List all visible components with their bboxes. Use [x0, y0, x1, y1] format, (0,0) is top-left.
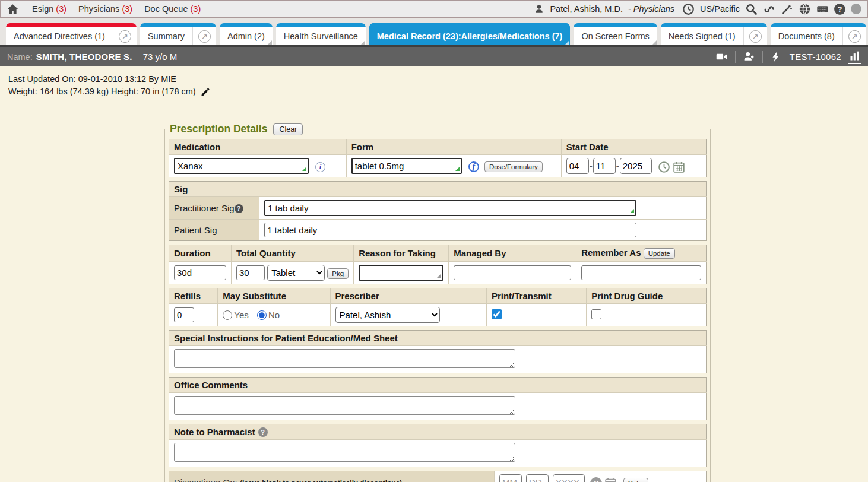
- note-pharmacist-textarea[interactable]: [174, 443, 515, 462]
- external-link-icon[interactable]: ↗: [113, 27, 137, 45]
- search-icon[interactable]: [745, 3, 758, 15]
- updated-by-link[interactable]: MIE: [161, 74, 176, 84]
- reason-input[interactable]: [359, 265, 443, 281]
- tab-on-screen-forms[interactable]: On Screen Forms: [574, 23, 657, 45]
- top-toolbar: Esign (3) Physicians (3) Doc Queue (3) P…: [0, 0, 868, 18]
- managed-by-header: Managed By: [449, 245, 576, 262]
- special-instructions-textarea[interactable]: [174, 349, 515, 368]
- pkg-button[interactable]: Pkg: [327, 268, 349, 279]
- wand-icon[interactable]: [781, 3, 793, 15]
- start-year-input[interactable]: [620, 158, 652, 174]
- external-link-icon[interactable]: ↗: [743, 27, 767, 45]
- tab-label: Summary: [140, 31, 192, 41]
- tab-health-surveillance[interactable]: Health Surveillance: [276, 23, 366, 45]
- nav-doc-queue-count: (3): [191, 4, 201, 14]
- tab-label: Health Surveillance: [276, 31, 366, 41]
- calendar-icon[interactable]: [604, 477, 617, 482]
- discontinue-label-cell: Discontinue On: (leave blank to never au…: [169, 471, 495, 482]
- video-camera-icon[interactable]: [715, 50, 728, 63]
- help-icon[interactable]: ?: [258, 427, 268, 437]
- external-link-icon[interactable]: ↗: [192, 27, 216, 45]
- section-medication: Medication Form Start Date i f Dose/Form…: [169, 139, 707, 177]
- section-sig: Sig Practitioner Sig? Patient Sig: [169, 181, 707, 241]
- quantity-unit-select[interactable]: Tablet: [267, 265, 325, 281]
- tab-documents[interactable]: Documents (8)↗: [771, 23, 866, 45]
- external-link-icon[interactable]: ↗: [842, 27, 866, 45]
- remember-as-input[interactable]: [581, 265, 701, 280]
- discontinue-month-input[interactable]: [499, 474, 522, 482]
- patient-name: SMITH, THEODORE S.: [36, 52, 132, 62]
- print-drug-guide-checkbox[interactable]: [591, 309, 601, 319]
- clear-date-icon[interactable]: ✕: [590, 477, 602, 482]
- start-day-input[interactable]: [593, 158, 616, 174]
- managed-by-input[interactable]: [454, 265, 571, 280]
- tab-needs-signed[interactable]: Needs Signed (1)↗: [661, 23, 767, 45]
- link-icon[interactable]: [763, 3, 775, 15]
- quantity-input[interactable]: [236, 265, 265, 280]
- keyboard-icon[interactable]: [816, 3, 829, 15]
- duration-input[interactable]: [174, 265, 226, 280]
- special-instructions-header: Special Instructions for Patient Educati…: [169, 331, 707, 346]
- practitioner-sig-label: Practitioner Sig: [174, 203, 235, 213]
- calendar-icon[interactable]: [673, 161, 685, 173]
- chart-info-block: Last Updated On: 09-01-2010 13:12 By MIE…: [0, 66, 868, 98]
- tab-advanced-directives[interactable]: Advanced Directives (1)↗: [6, 23, 137, 45]
- tab-label: On Screen Forms: [574, 31, 657, 41]
- section-duration: Duration Total Quantity Reason for Takin…: [169, 245, 707, 284]
- substitute-yes-label: Yes: [234, 310, 248, 320]
- info-icon[interactable]: i: [315, 162, 325, 172]
- vitals-line: Weight: 164 lbs (74.39 kg) Height: 70 in…: [8, 85, 868, 98]
- clear-button[interactable]: Clear: [273, 123, 303, 135]
- form-header: Form: [346, 139, 561, 155]
- tab-color-strip: [369, 23, 571, 27]
- tab-color-strip: [661, 23, 767, 27]
- nav-esign[interactable]: Esign (3): [32, 4, 66, 14]
- last-updated-text: Last Updated On: 09-01-2010 13:12 By: [8, 74, 159, 84]
- nav-esign-count: (3): [56, 4, 66, 14]
- calc-button[interactable]: Calc.: [623, 478, 648, 482]
- form-input[interactable]: [351, 158, 462, 174]
- discontinue-year-input[interactable]: [553, 474, 585, 482]
- substitute-yes-radio[interactable]: [223, 310, 232, 320]
- tab-medical-record[interactable]: Medical Record (23):Allergies/Medication…: [369, 23, 571, 45]
- tab-admin[interactable]: Admin (2): [220, 23, 273, 45]
- prescriber-select[interactable]: Patel, Ashish: [335, 307, 440, 323]
- timezone-label: US/Pacific: [700, 4, 740, 14]
- print-transmit-checkbox[interactable]: [492, 309, 502, 319]
- nav-doc-queue[interactable]: Doc Queue (3): [144, 4, 201, 14]
- help-icon[interactable]: ?: [235, 204, 243, 213]
- tab-summary[interactable]: Summary↗: [140, 23, 216, 45]
- discontinue-day-input[interactable]: [526, 474, 549, 482]
- nav-physicians-label: Physicians: [78, 4, 119, 14]
- dose-formulary-button[interactable]: Dose/Formulary: [484, 161, 543, 172]
- section-discontinue: Discontinue On: (leave blank to never au…: [169, 471, 707, 482]
- tab-color-strip: [140, 23, 216, 27]
- formulary-icon[interactable]: f: [468, 161, 479, 172]
- home-icon[interactable]: [7, 3, 19, 15]
- office-comments-textarea[interactable]: [174, 396, 515, 415]
- divider: [735, 51, 736, 63]
- refills-input[interactable]: [174, 307, 194, 322]
- edit-pencil-icon[interactable]: [201, 88, 210, 97]
- medication-input[interactable]: [174, 158, 309, 174]
- substitute-no-radio[interactable]: [257, 310, 267, 320]
- duration-header: Duration: [169, 245, 232, 262]
- help-icon[interactable]: ?: [834, 4, 845, 15]
- section-refills: Refills May Substitute Prescriber Print/…: [169, 288, 707, 326]
- update-button[interactable]: Update: [644, 248, 675, 259]
- remember-as-label: Remember As: [581, 248, 641, 258]
- globe-icon[interactable]: [799, 3, 811, 15]
- nav-physicians[interactable]: Physicians (3): [78, 4, 132, 14]
- tab-color-strip: [6, 23, 137, 27]
- patient-bar: Name: SMITH, THEODORE S. 73 y/o M TEST-1…: [0, 47, 868, 66]
- office-comments-header: Office Comments: [169, 378, 707, 393]
- patient-sig-input[interactable]: [264, 223, 636, 237]
- lightning-icon[interactable]: [770, 50, 783, 63]
- start-month-input[interactable]: [566, 158, 589, 174]
- prescription-fieldset: Prescription Details Clear Medication Fo…: [164, 123, 711, 482]
- practitioner-sig-input[interactable]: [264, 200, 636, 216]
- time-picker-icon[interactable]: [658, 161, 670, 173]
- bar-chart-icon[interactable]: [848, 50, 861, 64]
- start-date-header: Start Date: [561, 139, 706, 155]
- person-add-icon[interactable]: [743, 50, 755, 63]
